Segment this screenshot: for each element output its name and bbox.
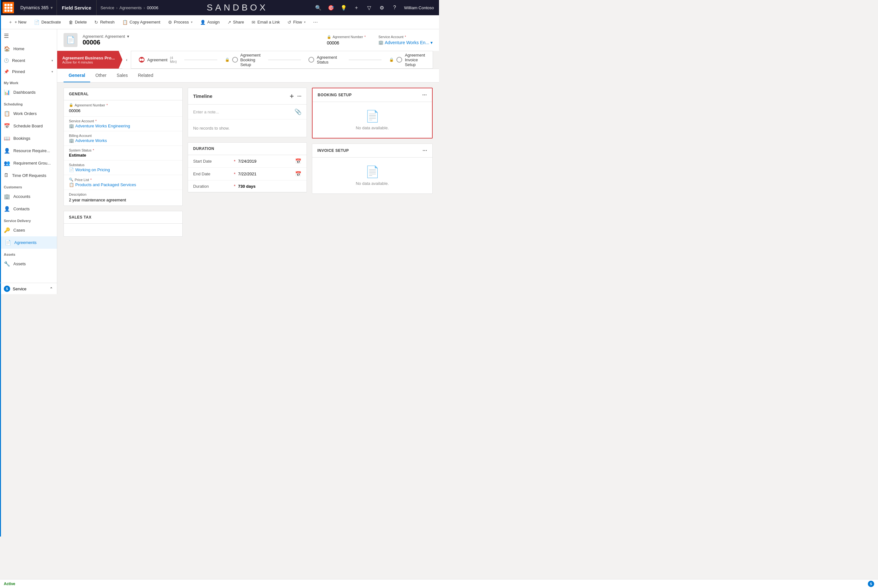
booking-setup-more[interactable]: ··· (422, 92, 427, 98)
sidebar-item-cases[interactable]: 🔑 Cases (0, 224, 57, 236)
field-value-agreement-number[interactable]: 00006 (69, 108, 177, 114)
tab-general[interactable]: General (63, 69, 90, 82)
time-off-icon: 🗓 (4, 172, 9, 178)
process-stages: Agreement (4 Min) 🔒 Agreement Booking Se… (131, 51, 433, 69)
timeline-add-button[interactable]: ＋ (288, 92, 295, 100)
field-label-price-list: 🔍 Price List * (69, 178, 177, 182)
sidebar-item-dashboards[interactable]: 📊 Dashboards (0, 86, 57, 99)
breadcrumb-agreements[interactable]: Agreements (120, 5, 142, 10)
field-value-substatus[interactable]: 📄 Working on Pricing (69, 167, 177, 172)
settings-icon[interactable]: 🎯 (325, 2, 337, 14)
top-nav-icons: 🔍 🎯 💡 ＋ ▽ ⚙ ? William Contoso (313, 0, 436, 15)
field-value-price-list[interactable]: 📋 Products and Packaged Services (69, 182, 177, 187)
entity-chevron[interactable]: ▾ (127, 34, 129, 39)
stage-circle-2 (232, 57, 238, 63)
email-link-button[interactable]: ✉ Email a Link (249, 17, 283, 27)
sidebar-item-resource-require[interactable]: 👤 Resource Require... (0, 144, 57, 157)
filter-icon[interactable]: ▽ (363, 2, 375, 14)
sidebar-item-contacts[interactable]: 👤 Contacts (0, 202, 57, 215)
end-date-label: End Date (193, 171, 231, 176)
sidebar-item-requirement-group[interactable]: 👥 Requirement Grou... (0, 157, 57, 170)
deactivate-button[interactable]: 📄 Deactivate (31, 17, 64, 27)
sidebar-item-label: Recent (12, 58, 25, 63)
app-layout: ☰ 🏠 Home 🕐 Recent ▾ 📌 Pinned ▾ My Work 📊… (0, 29, 439, 294)
invoice-empty-icon: 📄 (365, 165, 380, 178)
field-value-description[interactable]: 2 year maintenance agreement (69, 197, 177, 203)
invoice-setup-empty: 📄 No data available. (312, 158, 432, 194)
sidebar-bottom-service[interactable]: S Service ⌃ (0, 283, 57, 294)
field-service-account: Service Account * 🏢 Adventure Works Engi… (64, 117, 182, 131)
flow-icon: ↺ (288, 20, 291, 25)
process-stage-booking[interactable]: 🔒 Agreement Booking Setup (217, 51, 268, 69)
form-content: GENERAL 🔒 Agreement Number * 00006 Servi… (57, 82, 439, 242)
end-date-value[interactable]: 7/22/2021 (238, 171, 292, 176)
start-date-value[interactable]: 7/24/2019 (238, 159, 292, 164)
tab-other[interactable]: Other (90, 69, 111, 82)
sidebar-item-schedule-board[interactable]: 📅 Schedule Board (0, 120, 57, 132)
process-stage-status[interactable]: Agreement Status (301, 51, 349, 69)
duration-days: Duration * 730 days (188, 180, 307, 192)
timeline-panel: Timeline ＋ ··· Enter a note... 📎 No reco… (188, 88, 307, 137)
sidebar-toggle[interactable]: ☰ (0, 29, 57, 43)
stage-time-1: (4 Min) (170, 56, 177, 63)
timeline-attach-icon[interactable]: 📎 (294, 108, 301, 116)
sidebar-item-recent[interactable]: 🕐 Recent ▾ (0, 55, 57, 66)
duration-value[interactable]: 730 days (238, 184, 255, 189)
field-value-system-status[interactable]: Estimate (69, 153, 177, 158)
field-value-service-account[interactable]: 🏢 Adventure Works Engineering (69, 124, 177, 128)
process-stage-invoice[interactable]: 🔒 Agreement Invoice Setup (382, 51, 433, 69)
start-date-calendar[interactable]: 📅 (295, 158, 301, 164)
new-icon: ＋ (8, 20, 13, 25)
sidebar-item-home[interactable]: 🏠 Home (0, 43, 57, 55)
sidebar-item-accounts[interactable]: 🏢 Accounts (0, 190, 57, 202)
service-account-value[interactable]: 🏢 Adventure Works En... ▾ (378, 40, 433, 45)
more-button[interactable]: ··· (310, 17, 321, 27)
new-button[interactable]: ＋ + New (5, 17, 30, 27)
process-nav-back[interactable]: ‹ (122, 51, 131, 69)
breadcrumb-service[interactable]: Service (100, 5, 114, 10)
sidebar-item-bookings[interactable]: 📖 Bookings (0, 132, 57, 144)
process-stage-agreement[interactable]: Agreement (4 Min) (131, 51, 184, 69)
user-area[interactable]: William Contoso (402, 0, 436, 15)
sidebar-item-label: Accounts (13, 194, 30, 199)
assign-button[interactable]: 👤 Assign (197, 17, 223, 27)
refresh-icon: ↻ (94, 20, 98, 25)
active-stage-flag[interactable]: Agreement Business Pro... Active for 4 m… (57, 51, 122, 69)
sidebar-item-agreements[interactable]: 📄 Agreements (0, 236, 57, 249)
process-chevron: ▾ (191, 20, 192, 24)
sidebar-item-label: Cases (13, 228, 25, 232)
delete-icon: 🗑 (69, 20, 73, 25)
flow-button[interactable]: ↺ Flow ▾ (284, 17, 309, 27)
sidebar-item-assets[interactable]: 🔧 Assets (0, 258, 57, 270)
refresh-button[interactable]: ↻ Refresh (91, 17, 118, 27)
search-button[interactable]: 🔍 (313, 2, 324, 14)
gear-icon[interactable]: ⚙ (376, 2, 388, 14)
invoice-setup-more[interactable]: ··· (423, 148, 427, 153)
sidebar-item-time-off[interactable]: 🗓 Time Off Requests (0, 170, 57, 182)
cases-icon: 🔑 (4, 227, 10, 233)
copy-agreement-button[interactable]: 📋 Copy Agreement (119, 17, 163, 27)
dynamics-app-switcher[interactable]: Dynamics 365 ▾ (16, 0, 57, 15)
accounts-icon: 🏢 (4, 194, 10, 200)
question-icon[interactable]: ? (389, 2, 400, 14)
process-button[interactable]: ⚙ Process ▾ (165, 17, 196, 27)
end-date-calendar[interactable]: 📅 (295, 171, 301, 177)
sidebar-item-label: Dashboards (13, 90, 36, 94)
command-bar: ＋ + New 📄 Deactivate 🗑 Delete ↻ Refresh … (0, 15, 439, 29)
sidebar-item-work-orders[interactable]: 📋 Work Orders (0, 107, 57, 120)
tab-related[interactable]: Related (133, 69, 158, 82)
pinned-icon: 📌 (4, 69, 9, 74)
tab-sales[interactable]: Sales (111, 69, 133, 82)
help-icon[interactable]: 💡 (338, 2, 349, 14)
waffle-menu[interactable] (3, 2, 14, 14)
share-button[interactable]: ↗ Share (224, 17, 247, 27)
timeline-more-button[interactable]: ··· (297, 93, 301, 99)
sidebar-item-pinned[interactable]: 📌 Pinned ▾ (0, 66, 57, 77)
field-value-billing-account[interactable]: 🏢 Adventure Works (69, 138, 177, 143)
delete-button[interactable]: 🗑 Delete (66, 17, 90, 27)
add-button[interactable]: ＋ (351, 2, 362, 14)
resource-icon: 👤 (4, 148, 10, 154)
timeline-placeholder[interactable]: Enter a note... (193, 110, 219, 114)
service-badge: S (4, 286, 10, 292)
stage-circle-1 (139, 57, 145, 63)
